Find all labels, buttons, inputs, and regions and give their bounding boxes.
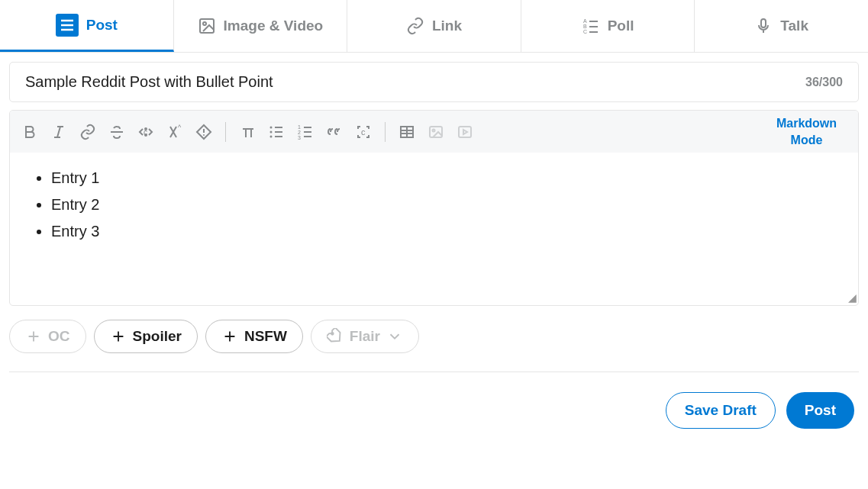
tab-poll[interactable]: ABC Poll [521,0,695,52]
svg-text:C: C [583,29,587,34]
mic-icon [754,17,773,35]
code-block-button[interactable]: c [350,117,377,147]
svg-text:c: c [361,127,366,137]
video-icon [456,123,474,141]
separator [385,122,386,142]
flair-label: Flair [350,328,380,345]
quote-button[interactable] [321,117,348,147]
bullet-list-icon [267,123,286,141]
strike-button[interactable] [103,117,131,147]
svg-rect-5 [761,19,766,27]
video-button[interactable] [451,117,479,147]
editor-container: c ^ 123 c Markdown Mode Entry 1 Entry 2 … [9,110,859,306]
italic-icon [50,123,68,141]
separator [225,122,226,142]
tab-talk[interactable]: Talk [695,0,868,52]
plus-icon [25,328,42,345]
tab-post[interactable]: Post [0,0,174,52]
plus-icon [110,328,127,345]
svg-rect-0 [200,19,214,33]
svg-text:1: 1 [298,124,301,130]
char-counter: 36/300 [805,76,843,89]
svg-point-18 [433,129,435,131]
post-icon [56,14,79,37]
superscript-button[interactable]: ^ [161,117,189,147]
nsfw-label: NSFW [244,328,287,345]
link-icon [406,17,424,35]
list-item: Entry 1 [51,165,840,191]
link-icon [79,123,97,141]
italic-button[interactable] [45,117,73,147]
table-button[interactable] [393,117,421,147]
title-input[interactable] [25,73,805,91]
toolbar-link-button[interactable] [74,117,102,147]
image-icon [427,123,445,141]
bullet-list: Entry 1 Entry 2 Entry 3 [28,165,840,245]
editor-textarea[interactable]: Entry 1 Entry 2 Entry 3 [10,153,858,305]
superscript-icon: ^ [166,123,184,141]
svg-text:c: c [144,128,147,137]
strike-icon [108,123,126,141]
code-icon: c [137,123,155,141]
spoiler-icon [195,123,213,141]
spoiler-text-button[interactable] [190,117,218,147]
tab-poll-label: Poll [608,18,634,34]
poll-icon: ABC [582,17,600,35]
bullet-list-button[interactable] [263,117,290,147]
number-list-button[interactable]: 123 [292,117,319,147]
tab-link[interactable]: Link [347,0,521,52]
heading-icon [238,123,257,141]
svg-text:2: 2 [298,130,301,135]
svg-point-8 [203,134,205,136]
bold-button[interactable] [16,117,44,147]
spoiler-label: Spoiler [133,328,182,345]
oc-tag-button[interactable]: OC [9,320,86,353]
markdown-mode-toggle[interactable]: Markdown Mode [770,115,852,148]
svg-point-10 [270,130,273,133]
svg-text:A: A [583,18,587,24]
post-button[interactable]: Post [786,392,854,429]
post-type-tabs: Post Image & Video Link ABC Poll Talk [0,0,868,53]
svg-point-9 [270,126,273,128]
markdown-mode-label: Markdown Mode [770,115,843,148]
svg-text:B: B [583,24,587,29]
tab-link-label: Link [432,18,462,34]
svg-text:^: ^ [178,124,182,131]
tab-image-video[interactable]: Image & Video [174,0,348,52]
svg-point-11 [270,135,273,137]
title-field-container: 36/300 [9,62,859,102]
tab-post-label: Post [86,17,118,34]
resize-handle-icon[interactable]: ◢ [848,291,857,304]
svg-rect-19 [459,127,471,137]
list-item: Entry 2 [51,191,840,218]
inline-code-button[interactable]: c [132,117,160,147]
tag-icon [327,328,344,345]
plus-icon [221,328,238,345]
oc-label: OC [48,328,70,345]
spoiler-tag-button[interactable]: Spoiler [94,320,198,353]
svg-point-1 [203,22,206,25]
tab-talk-label: Talk [780,18,808,34]
nsfw-tag-button[interactable]: NSFW [205,320,303,353]
number-list-icon: 123 [296,123,315,141]
tag-row: OC Spoiler NSFW Flair [9,320,859,372]
action-row: Save Draft Post [9,392,859,429]
flair-tag-button[interactable]: Flair [311,320,419,353]
quote-icon [325,123,344,141]
image-button[interactable] [422,117,450,147]
bold-icon [21,123,39,141]
svg-text:3: 3 [298,135,301,140]
editor-toolbar: c ^ 123 c Markdown Mode [10,111,858,153]
image-icon [198,17,216,35]
code-block-icon: c [354,123,373,141]
tab-image-video-label: Image & Video [224,18,324,34]
table-icon [398,123,416,141]
svg-rect-17 [430,127,442,137]
chevron-down-icon [386,328,403,345]
list-item: Entry 3 [51,218,840,245]
save-draft-button[interactable]: Save Draft [666,392,776,429]
heading-button[interactable] [234,117,261,147]
